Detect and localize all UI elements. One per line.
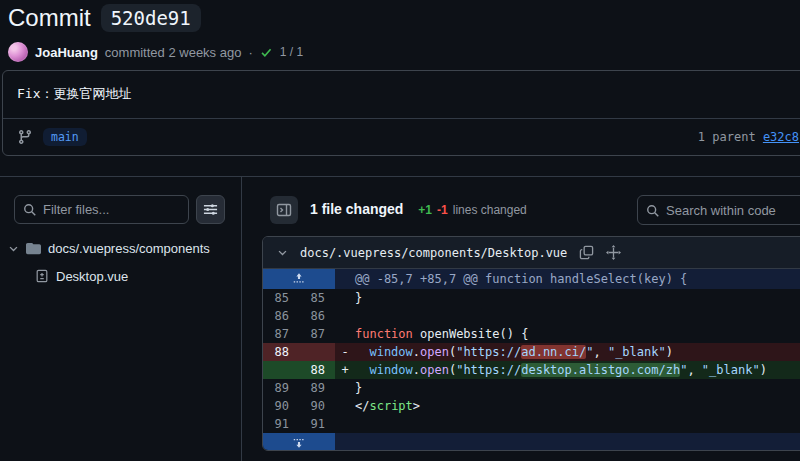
git-branch-icon — [17, 129, 33, 145]
sliders-icon — [203, 202, 218, 217]
expand-up-button[interactable] — [263, 269, 335, 289]
search-icon — [646, 204, 660, 218]
code-token: script — [369, 399, 412, 413]
code-token: ) — [666, 345, 673, 359]
code-line — [355, 307, 800, 325]
commit-sha-chip: 520de91 — [101, 4, 201, 32]
diff-marker — [335, 397, 355, 415]
split-view: docs/.vuepress/components Desktop.vue 1 … — [0, 176, 800, 461]
code-token: . — [413, 345, 420, 359]
filter-files-input[interactable] — [43, 196, 184, 223]
commit-footer: main 1 parent e32c8 — [3, 118, 800, 155]
old-line-number[interactable]: 86 — [263, 307, 299, 325]
old-line-number[interactable]: 90 — [263, 397, 299, 415]
filter-files-box — [14, 195, 189, 224]
old-line-number[interactable] — [263, 361, 299, 379]
code-token: "_blank" — [702, 363, 760, 377]
tree-file-row[interactable]: Desktop.vue — [35, 264, 128, 288]
filter-row — [14, 195, 225, 224]
commit-message: Fix：更换官网地址 — [3, 71, 800, 118]
old-line-number[interactable]: 85 — [263, 289, 299, 307]
collapse-file-chevron[interactable] — [277, 247, 288, 258]
old-line-number[interactable]: 87 — [263, 325, 299, 343]
file-tree-sidebar: docs/.vuepress/components Desktop.vue — [0, 177, 242, 461]
code-token: "_blank" — [608, 345, 666, 359]
diff-marker — [335, 379, 355, 397]
new-line-number[interactable]: 88 — [299, 361, 335, 379]
code-line: } — [355, 379, 800, 397]
parent-sha-link[interactable]: e32c8 — [763, 130, 799, 144]
unfold-up-icon — [292, 272, 306, 286]
new-line-number[interactable]: 86 — [299, 307, 335, 325]
new-line-number[interactable]: 85 — [299, 289, 335, 307]
code-token: ) — [760, 363, 767, 377]
diff-file-header: docs/.vuepress/components/Desktop.vue — [263, 237, 800, 269]
diff-row-context: 8686 — [263, 307, 800, 325]
diff-file-path[interactable]: docs/.vuepress/components/Desktop.vue — [300, 246, 567, 260]
code-line: function openWebsite() { — [355, 325, 800, 343]
code-token: "https:// — [456, 363, 521, 377]
code-token: window — [355, 363, 413, 377]
diff-row-add: 88+ window.open("https://desktop.alistgo… — [263, 361, 800, 379]
diff-main: 1 file changed +1 -1 lines changed docs/… — [242, 177, 800, 461]
new-line-number[interactable]: 87 — [299, 325, 335, 343]
tree-folder-row[interactable]: docs/.vuepress/components — [8, 236, 210, 260]
old-line-number[interactable]: 91 — [263, 415, 299, 433]
author-row: JoaHuang committed 2 weeks ago · 1 / 1 — [8, 42, 303, 62]
chevron-down-icon — [8, 243, 19, 254]
code-token: openWebsite() { — [413, 327, 529, 341]
parent-label: 1 parent — [698, 130, 763, 144]
code-token: window — [355, 345, 413, 359]
code-token: , — [687, 363, 701, 377]
author-name[interactable]: JoaHuang — [35, 45, 98, 60]
folder-icon — [26, 241, 41, 256]
code-token: "https:// — [456, 345, 521, 359]
files-changed-summary: 1 file changed +1 -1 lines changed — [310, 201, 527, 217]
page-title-row: Commit 520de91 — [8, 4, 201, 32]
old-line-number[interactable]: 89 — [263, 379, 299, 397]
code-token: , — [593, 345, 607, 359]
diff-marker — [335, 325, 355, 343]
new-line-number[interactable]: 90 — [299, 397, 335, 415]
code-token: function — [355, 327, 413, 341]
expand-down-button[interactable] — [263, 433, 335, 450]
new-line-number[interactable]: 89 — [299, 379, 335, 397]
new-line-number[interactable]: 91 — [299, 415, 335, 433]
checks-status[interactable]: 1 / 1 — [280, 45, 303, 59]
code-token: open — [420, 345, 449, 359]
copy-path-button[interactable] — [579, 245, 594, 260]
search-icon — [23, 203, 37, 217]
code-token: open — [420, 363, 449, 377]
diff-row-hunk: @@ -85,7 +85,7 @@ function handleSelect(… — [263, 269, 800, 289]
parent-info: 1 parent e32c8 — [698, 130, 799, 144]
hunk-header-text: @@ -85,7 +85,7 @@ function handleSelect(… — [335, 269, 800, 289]
diff-row-context: 8989} — [263, 379, 800, 397]
collapse-sidebar-button[interactable] — [270, 196, 298, 224]
drag-handle[interactable] — [606, 245, 621, 260]
diff-marker: + — [335, 361, 355, 379]
diff-rows: @@ -85,7 +85,7 @@ function handleSelect(… — [263, 269, 800, 450]
diff-marker: - — [335, 343, 355, 361]
diff-row-context: 8585} — [263, 289, 800, 307]
diff-marker — [335, 307, 355, 325]
code-token: } — [355, 381, 362, 395]
old-line-number[interactable]: 88 — [263, 343, 299, 361]
tree-folder-label: docs/.vuepress/components — [48, 241, 210, 256]
new-line-number[interactable] — [299, 343, 335, 361]
diff-row-context: 9090</script> — [263, 397, 800, 415]
lines-changed-label: lines changed — [453, 203, 527, 217]
code-line: </script> — [355, 397, 800, 415]
file-filter-button[interactable] — [196, 195, 225, 224]
branch-chip[interactable]: main — [43, 128, 87, 146]
avatar[interactable] — [8, 42, 28, 62]
code-token: > — [413, 399, 420, 413]
chevron-down-icon — [277, 247, 288, 258]
file-diff-icon — [35, 269, 49, 283]
code-token: desktop.alistgo.com/zh — [521, 363, 680, 377]
files-changed-count: 1 file changed — [310, 201, 403, 217]
diff-container: docs/.vuepress/components/Desktop.vue @@… — [262, 236, 800, 451]
search-within-code-input[interactable] — [666, 196, 800, 224]
code-token: </ — [355, 399, 369, 413]
commit-page: Commit 520de91 JoaHuang committed 2 week… — [0, 0, 800, 461]
diff-row-del: 88- window.open("https://ad.nn.ci/", "_b… — [263, 343, 800, 361]
